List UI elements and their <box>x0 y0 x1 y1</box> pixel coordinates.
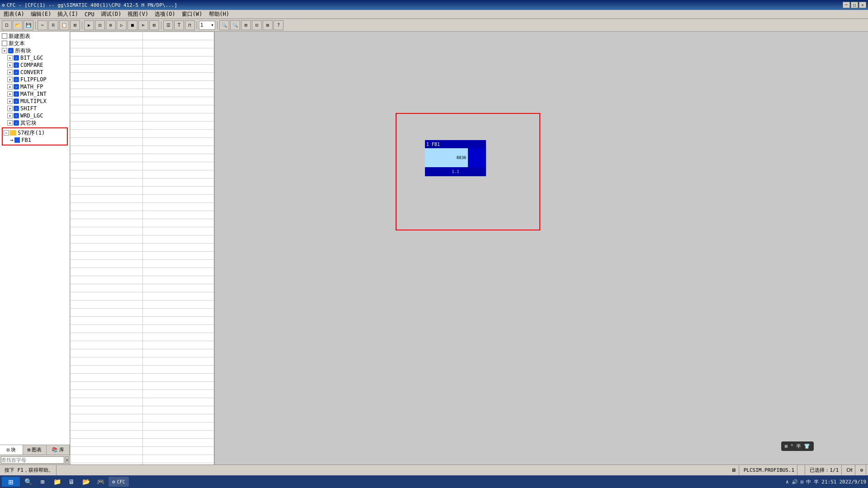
search-taskbar-button[interactable]: 🔍 <box>22 477 34 487</box>
tb-paste[interactable]: 📋 <box>59 20 69 30</box>
tb-compile2[interactable]: ⊡ <box>95 20 105 30</box>
cfc-app-button[interactable]: ⚙ CFC <box>108 477 129 487</box>
other-label: 其它块 <box>20 119 37 127</box>
plcsim-button[interactable]: 🎮 <box>94 477 107 487</box>
mini-icon-1: ⊞ <box>785 443 788 449</box>
tb-help[interactable]: ? <box>274 20 283 30</box>
tb-zoom-fit[interactable]: ⊞ <box>241 20 251 30</box>
task-view-button[interactable]: ⊞ <box>36 477 49 487</box>
fb1-icon <box>14 137 20 143</box>
convert-label: CONVERT <box>20 69 43 75</box>
fb-block[interactable]: 1 FB1 0836 1.1 <box>425 140 486 176</box>
toolbar-sep-5 <box>217 21 217 29</box>
tb-arrange[interactable]: ⊞ <box>149 20 159 30</box>
status-selection: 已选择：1/1 <box>807 465 842 475</box>
sidebar-item-fb1[interactable]: → FB1 <box>4 136 66 144</box>
sidebar-item-wrd-lgc[interactable]: + WRD_LGC <box>1 112 69 119</box>
tab-block[interactable]: ⊡ 块 <box>0 445 23 455</box>
tb-stop[interactable]: ■ <box>127 20 137 30</box>
tb-cut[interactable]: ✂ <box>38 20 47 30</box>
toolbar-sep-2 <box>82 21 82 29</box>
sidebar-item-multiplx[interactable]: + MULTIPLX <box>1 98 69 105</box>
tb-copy[interactable]: ⎘ <box>48 20 58 30</box>
shift-expand[interactable]: + <box>7 106 13 111</box>
tb-zoom-full[interactable]: ⊡ <box>252 20 262 30</box>
content-area: 新建图表 新文本 + 所有块 + BIT_LGC + <box>0 32 868 465</box>
menu-debug[interactable]: 调试(D) <box>98 9 124 19</box>
tb-compile[interactable]: ▶ <box>84 20 94 30</box>
sidebar-item-new-chart[interactable]: 新建图表 <box>1 33 69 40</box>
menu-options[interactable]: 选项(O) <box>152 9 178 19</box>
tab-library[interactable]: 📚 库 <box>47 445 70 455</box>
tb-new[interactable]: 🗋 <box>2 20 12 30</box>
sidebar-item-shift[interactable]: + SHIFT <box>1 105 69 112</box>
tb-zoom-page[interactable]: ⊠ <box>263 20 273 30</box>
menu-view[interactable]: 视图(V) <box>125 9 151 19</box>
sidebar-item-s7-program[interactable]: − S7程序(1) <box>4 129 66 136</box>
tree-area: 新建图表 新文本 + 所有块 + BIT_LGC + <box>0 32 70 445</box>
folder-button[interactable]: 📂 <box>80 477 92 487</box>
tb-block[interactable]: ☰ <box>163 20 173 30</box>
tb-step[interactable]: ⊳ <box>138 20 148 30</box>
restore-button[interactable]: □ <box>851 2 858 8</box>
sidebar-item-convert[interactable]: + CONVERT <box>1 69 69 76</box>
toolbar-sep-4 <box>197 21 197 29</box>
tb-compile3[interactable]: ⚙ <box>106 20 116 30</box>
left-grid <box>70 32 215 465</box>
file-explorer-button[interactable]: 📁 <box>51 477 63 487</box>
menu-help[interactable]: 帮助(H) <box>206 9 232 19</box>
menu-cpu[interactable]: CPU <box>82 10 97 19</box>
tb-zoom-out[interactable]: 🔍 <box>219 20 229 30</box>
start-button[interactable]: ⊞ <box>2 477 20 487</box>
sidebar-item-new-text[interactable]: 新文本 <box>1 40 69 47</box>
minimize-button[interactable]: ─ <box>843 2 850 8</box>
math-fp-expand[interactable]: + <box>7 84 13 89</box>
mini-icon-2: ° <box>790 443 793 449</box>
tb-conn[interactable]: ⊓ <box>185 20 195 30</box>
flipflop-label: FLIPFLOP <box>20 76 47 83</box>
sidebar-item-bit-lgc[interactable]: + BIT_LGC <box>1 54 69 61</box>
tb-open[interactable]: 📂 <box>13 20 23 30</box>
sidebar-item-math-int[interactable]: + MATH_INT <box>1 90 69 98</box>
tb-text[interactable]: T <box>174 20 184 30</box>
convert-expand[interactable]: + <box>7 70 13 75</box>
tb-zoom-in[interactable]: 🔍 <box>230 20 240 30</box>
other-expand[interactable]: + <box>7 120 13 126</box>
search-input[interactable] <box>1 456 64 464</box>
zoom-dropdown[interactable]: 1▾ <box>199 21 215 30</box>
menu-insert[interactable]: 插入(I) <box>55 9 81 19</box>
close-button[interactable]: ✕ <box>859 2 866 8</box>
menu-edit[interactable]: 编辑(E) <box>28 9 54 19</box>
menu-window[interactable]: 窗口(W) <box>179 9 205 19</box>
bit-lgc-expand[interactable]: + <box>7 55 13 61</box>
shift-label: SHIFT <box>20 105 37 112</box>
tb-run[interactable]: ▷ <box>117 20 127 30</box>
sidebar-item-compare[interactable]: + COMPARE <box>1 61 69 69</box>
sidebar-item-all-blocks[interactable]: + 所有块 <box>1 47 69 54</box>
s7-program-expand[interactable]: − <box>4 130 9 136</box>
tray-up-icon: ∧ <box>786 479 789 485</box>
multiplx-icon <box>14 99 19 104</box>
multiplx-expand[interactable]: + <box>7 99 13 104</box>
tb-save[interactable]: 💾 <box>24 20 33 30</box>
fb-block-label: FB1 <box>432 142 440 147</box>
flipflop-expand[interactable]: + <box>7 77 13 82</box>
tray-speaker-icon: 🔊 <box>792 479 798 485</box>
compare-expand[interactable]: + <box>7 62 13 68</box>
wrd-lgc-expand[interactable]: + <box>7 113 13 118</box>
all-blocks-expand[interactable]: + <box>2 48 7 53</box>
search-button[interactable]: ↕ <box>65 456 69 464</box>
sidebar-item-flipflop[interactable]: + FLIPFLOP <box>1 76 69 83</box>
tab-chart[interactable]: ⊞ 图表 <box>23 445 46 455</box>
block-tab-icon: ⊡ <box>7 447 10 453</box>
status-help: 按下 F1，获得帮助。 <box>2 465 57 475</box>
simatic-manager-button[interactable]: 🖥 <box>65 477 78 487</box>
sidebar: 新建图表 新文本 + 所有块 + BIT_LGC + <box>0 32 70 465</box>
cfc-app-icon: ⚙ <box>112 479 115 485</box>
sidebar-item-other[interactable]: + 其它块 <box>1 119 69 127</box>
math-int-expand[interactable]: + <box>7 91 13 97</box>
tb-format[interactable]: ⊞ <box>70 20 80 30</box>
math-fp-icon <box>14 84 19 89</box>
sidebar-item-math-fp[interactable]: + MATH_FP <box>1 83 69 90</box>
menu-chart[interactable]: 图表(A) <box>1 9 27 19</box>
